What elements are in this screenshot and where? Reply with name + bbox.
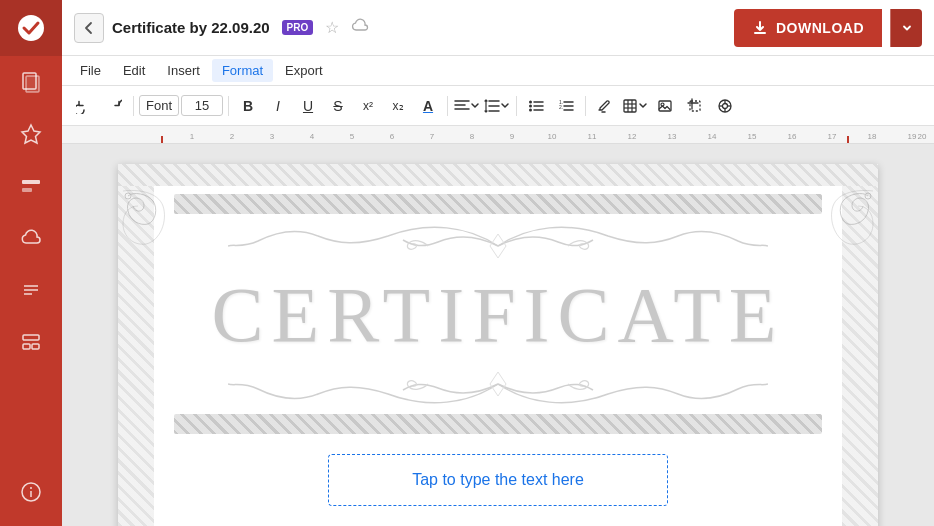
svg-text:9: 9 <box>510 132 515 141</box>
cert-body: CERTIFICATE Tap t <box>118 186 878 526</box>
left-border <box>118 186 154 526</box>
svg-point-14 <box>30 487 32 489</box>
media-button[interactable] <box>711 92 739 120</box>
svg-rect-5 <box>22 188 32 192</box>
svg-text:7: 7 <box>430 132 435 141</box>
svg-point-22 <box>529 104 532 107</box>
sidebar-item-list[interactable] <box>0 264 62 316</box>
font-color-button[interactable]: A <box>414 92 442 120</box>
line-spacing-button[interactable] <box>483 92 511 120</box>
menu-insert[interactable]: Insert <box>157 59 210 82</box>
svg-rect-2 <box>26 76 39 92</box>
svg-text:11: 11 <box>588 132 597 141</box>
svg-text:5: 5 <box>350 132 355 141</box>
align-button[interactable] <box>453 92 481 120</box>
svg-text:4: 4 <box>310 132 315 141</box>
svg-text:12: 12 <box>628 132 637 141</box>
svg-text:15: 15 <box>748 132 757 141</box>
svg-point-21 <box>529 100 532 103</box>
svg-rect-4 <box>22 180 40 184</box>
undo-button[interactable] <box>70 92 98 120</box>
bullet-list-button[interactable] <box>522 92 550 120</box>
flourish-bottom <box>228 354 768 414</box>
crop-button[interactable] <box>681 92 709 120</box>
superscript-button[interactable]: x² <box>354 92 382 120</box>
svg-rect-10 <box>23 344 30 349</box>
sidebar-item-pages[interactable] <box>0 56 62 108</box>
svg-text:20: 20 <box>918 132 927 141</box>
toolbar-separator-5 <box>585 96 586 116</box>
topbar: Certificate by 22.09.20 PRO ☆ DOWNLOAD <box>62 0 934 56</box>
canvas-area[interactable]: CERTIFICATE Tap t <box>62 144 934 526</box>
app-logo[interactable] <box>0 0 62 56</box>
certificate-text-placeholder: Tap to type the text here <box>412 471 584 489</box>
download-button[interactable]: DOWNLOAD <box>734 9 882 47</box>
toolbar-separator-4 <box>516 96 517 116</box>
toolbar-separator-3 <box>447 96 448 116</box>
certificate-text-box[interactable]: Tap to type the text here <box>328 454 668 506</box>
star-icon[interactable]: ☆ <box>325 18 339 37</box>
bold-button[interactable]: B <box>234 92 262 120</box>
menubar: File Edit Insert Format Export <box>62 56 934 86</box>
svg-rect-11 <box>32 344 39 349</box>
svg-text:18: 18 <box>868 132 877 141</box>
paint-format-button[interactable] <box>591 92 619 120</box>
sidebar-item-cloud[interactable] <box>0 212 62 264</box>
back-button[interactable] <box>74 13 104 43</box>
svg-marker-3 <box>22 125 40 143</box>
top-border-strip <box>118 164 878 186</box>
svg-text:6: 6 <box>390 132 395 141</box>
menu-export[interactable]: Export <box>275 59 333 82</box>
flourish-top <box>228 216 768 276</box>
certificate-title: CERTIFICATE <box>212 276 785 354</box>
pro-badge: PRO <box>282 20 314 35</box>
cert-diamond-bottom <box>174 414 822 434</box>
right-border <box>842 186 878 526</box>
svg-text:13: 13 <box>668 132 677 141</box>
image-button[interactable] <box>651 92 679 120</box>
sidebar-item-info[interactable] <box>0 466 62 518</box>
svg-text:3: 3 <box>270 132 275 141</box>
toolbar: Font 15 B I U S x² x₂ A <box>62 86 934 126</box>
svg-point-43 <box>723 103 728 108</box>
font-name-selector[interactable]: Font <box>139 95 179 116</box>
sidebar <box>0 0 62 526</box>
cert-diamond-top <box>174 194 822 214</box>
toolbar-separator-1 <box>133 96 134 116</box>
menu-format[interactable]: Format <box>212 59 273 82</box>
strikethrough-button[interactable]: S <box>324 92 352 120</box>
italic-button[interactable]: I <box>264 92 292 120</box>
download-caret-button[interactable] <box>890 9 922 47</box>
menu-file[interactable]: File <box>70 59 111 82</box>
svg-rect-32 <box>624 100 636 112</box>
toolbar-separator-2 <box>228 96 229 116</box>
svg-text:8: 8 <box>470 132 475 141</box>
svg-text:14: 14 <box>708 132 717 141</box>
svg-rect-9 <box>23 335 39 340</box>
svg-text:2.: 2. <box>559 104 563 110</box>
font-size-selector[interactable]: 15 <box>181 95 223 116</box>
svg-point-0 <box>18 15 44 41</box>
redo-button[interactable] <box>100 92 128 120</box>
menu-edit[interactable]: Edit <box>113 59 155 82</box>
subscript-button[interactable]: x₂ <box>384 92 412 120</box>
svg-point-23 <box>529 108 532 111</box>
numbered-list-button[interactable]: 1. 2. <box>552 92 580 120</box>
svg-text:1: 1 <box>190 132 195 141</box>
sidebar-item-design[interactable] <box>0 160 62 212</box>
cloud-sync-icon[interactable] <box>351 17 369 39</box>
svg-text:17: 17 <box>828 132 837 141</box>
sidebar-item-layout[interactable] <box>0 316 62 368</box>
svg-text:10: 10 <box>548 132 557 141</box>
table-button[interactable] <box>621 92 649 120</box>
document-title: Certificate by 22.09.20 <box>112 19 270 36</box>
download-label: DOWNLOAD <box>776 20 864 36</box>
certificate-document: CERTIFICATE Tap t <box>118 164 878 526</box>
svg-text:19: 19 <box>908 132 917 141</box>
underline-button[interactable]: U <box>294 92 322 120</box>
ruler: // Generate ruler marks via template 1 2… <box>62 126 934 144</box>
cert-center: CERTIFICATE Tap t <box>154 186 842 526</box>
main-content: Certificate by 22.09.20 PRO ☆ DOWNLOAD F… <box>62 0 934 526</box>
sidebar-item-templates[interactable] <box>0 108 62 160</box>
svg-text:2: 2 <box>230 132 235 141</box>
